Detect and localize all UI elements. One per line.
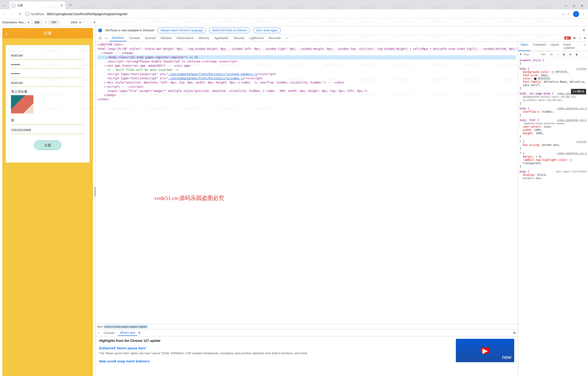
- close-window-icon[interactable]: ✕: [581, 4, 583, 8]
- password-field[interactable]: ••••••••: [11, 59, 84, 68]
- device-toggle-icon[interactable]: ▭: [104, 36, 109, 40]
- infobar-match-lang-button[interactable]: Always match Chrome's language: [158, 28, 206, 33]
- tab-memory[interactable]: Memory: [196, 35, 211, 41]
- url-host: localhost: [31, 12, 44, 16]
- styles-rules[interactable]: element.style {} <style> body { backgrou…: [518, 58, 588, 376]
- drawer-menu-icon[interactable]: ⋮: [97, 331, 100, 335]
- tab-sources[interactable]: Sources: [143, 35, 158, 41]
- reload-icon[interactable]: ⟳: [18, 12, 22, 16]
- height-input[interactable]: [48, 20, 60, 25]
- zoom-dropdown-icon[interactable]: ▾: [79, 21, 81, 24]
- tab-recorder[interactable]: Recorder: [266, 35, 283, 41]
- settings-icon[interactable]: ⚙: [573, 36, 576, 40]
- forward-icon[interactable]: →: [10, 12, 15, 16]
- issues-count[interactable]: ▣ 1: [564, 36, 571, 40]
- bc-body[interactable]: body.uni-body.pages-register-register: [103, 325, 148, 329]
- dom-line[interactable]: ▸<head> ··· </head>: [97, 51, 516, 55]
- more-icon[interactable]: ⋮: [578, 36, 581, 40]
- flex-icon[interactable]: ▦: [562, 53, 566, 56]
- dom-line[interactable]: ▸<script> ··· </script>: [97, 85, 516, 89]
- dom-line[interactable]: ▸<uni-app class="uni-app--maxwidth"> ···…: [97, 64, 516, 68]
- menu-icon[interactable]: ⋮: [582, 12, 585, 16]
- drawer-close-icon[interactable]: ✕: [513, 331, 516, 335]
- drawer-tab-whatsnew[interactable]: What's new: [118, 330, 137, 336]
- nickname-field[interactable]: testUser: [11, 78, 84, 87]
- computed-toggle-icon[interactable]: ▣: [575, 53, 579, 56]
- dom-breadcrumb[interactable]: html body.uni-body.pages-register-regist…: [95, 324, 518, 329]
- maximize-icon[interactable]: ▢: [573, 4, 575, 8]
- tab-lighthouse[interactable]: Lighthouse: [247, 35, 266, 41]
- infobar-dismiss-button[interactable]: Don't show again: [253, 28, 281, 33]
- tab-network[interactable]: Network: [158, 35, 174, 41]
- new-rule-icon[interactable]: +: [556, 53, 560, 56]
- hov-button[interactable]: :hov: [540, 53, 546, 56]
- dom-line-selected[interactable]: ··· ▾<body class="uni-body pages-registe…: [97, 55, 516, 59]
- bookmark-icon[interactable]: ☆: [567, 12, 570, 16]
- url-box[interactable]: i localhost:8081/springboota7eoo/front/h…: [25, 12, 559, 16]
- style-rule: <style> * { box-sizing: border-box; }: [520, 140, 587, 150]
- profile-avatar[interactable]: [573, 11, 579, 17]
- infobar-switch-button[interactable]: Switch DevTools to Chinese: [209, 28, 250, 33]
- key-icon[interactable]: ⌕: [562, 12, 564, 16]
- inspect-icon[interactable]: ◰: [97, 36, 103, 40]
- promo-video[interactable]: ▶ new: [456, 339, 514, 362]
- whatsnew-p1: The 'Never pause here' option can now "c…: [99, 352, 448, 356]
- dom-line[interactable]: <html lang="zh-CN" style="--status-bar-h…: [97, 47, 516, 51]
- dom-tree[interactable]: <!DOCTYPE html> <html lang="zh-CN" style…: [95, 42, 518, 324]
- dom-line[interactable]: </body>: [97, 93, 516, 97]
- styles-tabs-overflow[interactable]: »: [582, 42, 588, 51]
- tab-search-dropdown[interactable]: ⌄: [2, 2, 8, 8]
- tab-console[interactable]: Console: [127, 35, 142, 41]
- infobar-close-icon[interactable]: ✕: [582, 28, 585, 33]
- back-icon[interactable]: ←: [3, 12, 8, 16]
- tab-performance[interactable]: Performance: [174, 35, 196, 41]
- close-devtools-icon[interactable]: ✕: [584, 36, 586, 40]
- dom-line[interactable]: <script type="text/javascript" src="./sp…: [97, 76, 516, 80]
- bc-html[interactable]: html: [97, 325, 102, 328]
- phone-field[interactable]: 15915915988: [11, 125, 84, 134]
- dom-line[interactable]: <script type="text/javascript" src="./sp…: [97, 72, 516, 76]
- dimensions-label[interactable]: Dimensions: Res...: [2, 21, 26, 24]
- gender-field[interactable]: 男: [11, 115, 84, 125]
- styles-tab-computed[interactable]: Computed: [531, 42, 548, 51]
- zoom-level[interactable]: 100%: [71, 21, 78, 24]
- tabs-overflow[interactable]: »: [284, 35, 290, 41]
- styles-tab-event[interactable]: Event Listeners: [561, 42, 582, 51]
- drawer-tab-close-icon[interactable]: ✕: [138, 331, 141, 335]
- close-tab-icon[interactable]: ✕: [60, 3, 63, 7]
- width-input[interactable]: [31, 20, 43, 25]
- submit-button[interactable]: 注册: [34, 141, 61, 150]
- site-info-icon[interactable]: i: [25, 12, 29, 16]
- avatar-preview[interactable]: [11, 95, 33, 113]
- avatar-label: 请上传头像: [11, 89, 84, 94]
- new-tab-button[interactable]: +: [67, 2, 74, 8]
- dom-line[interactable]: <input type="file" accept="image/*" mult…: [97, 89, 516, 93]
- dom-line[interactable]: <!DOCTYPE html>: [97, 43, 516, 47]
- dom-line[interactable]: </html>: [97, 97, 516, 101]
- back-button[interactable]: ‹: [6, 31, 7, 36]
- play-icon: ▶: [481, 347, 489, 354]
- username-field[interactable]: testUser: [11, 50, 84, 59]
- dom-line[interactable]: ▸<div style="position: absolute; left: 0…: [97, 80, 516, 85]
- tab-security[interactable]: Security: [231, 35, 247, 41]
- drawer-tab-console[interactable]: Console: [101, 330, 117, 336]
- url-path: :8081/springboota7eoo/front/h5/#/pages/r…: [46, 12, 127, 16]
- print-icon[interactable]: 🖶: [568, 53, 573, 56]
- styles-tab-styles[interactable]: Styles: [518, 42, 531, 51]
- filter-input[interactable]: [524, 53, 538, 56]
- cls-button[interactable]: .cls: [548, 53, 554, 56]
- tab-application[interactable]: Application: [212, 35, 231, 41]
- throttle-dropdown-icon[interactable]: ▾: [94, 21, 95, 24]
- address-bar: ← → ⟳ i localhost:8081/springboota7eoo/f…: [0, 9, 588, 19]
- tab-elements[interactable]: Elements: [110, 35, 126, 41]
- dim-dropdown-icon[interactable]: ▾: [28, 21, 29, 24]
- dom-line[interactable]: <noscript> <strong>Please enable JavaScr…: [97, 59, 516, 64]
- browser-tab[interactable]: 注册 ✕: [9, 1, 65, 9]
- dom-line[interactable]: <!-- built files will be auto injected -…: [97, 68, 516, 72]
- password-confirm-field[interactable]: ••••••••: [11, 68, 84, 78]
- style-rule: index.2da1efab.css:1 body { overflow-x: …: [520, 107, 587, 117]
- styles-tab-layout[interactable]: Layout: [548, 42, 561, 51]
- minimize-icon[interactable]: —: [564, 4, 567, 8]
- promo-text: new: [502, 354, 511, 360]
- style-rule: user agent stylesheet body { display: bl…: [520, 170, 587, 180]
